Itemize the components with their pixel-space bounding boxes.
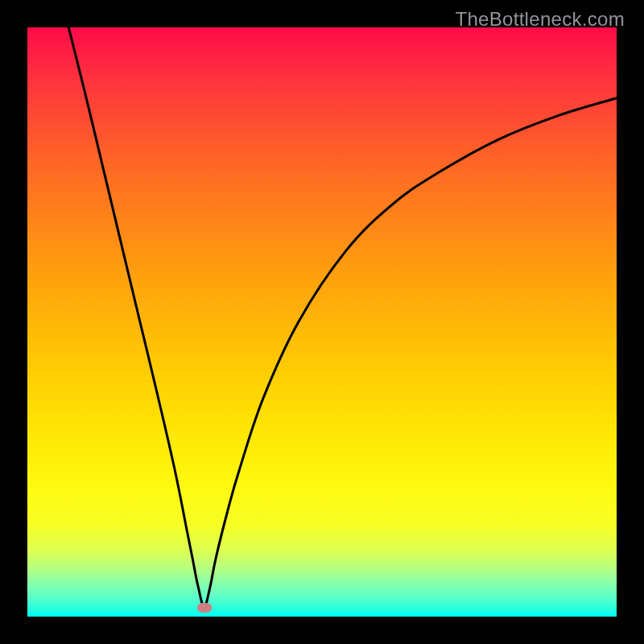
bottleneck-curve	[27, 27, 617, 617]
watermark-text: TheBottleneck.com	[455, 8, 625, 31]
plot-area	[27, 27, 617, 617]
minimum-marker	[197, 603, 212, 613]
